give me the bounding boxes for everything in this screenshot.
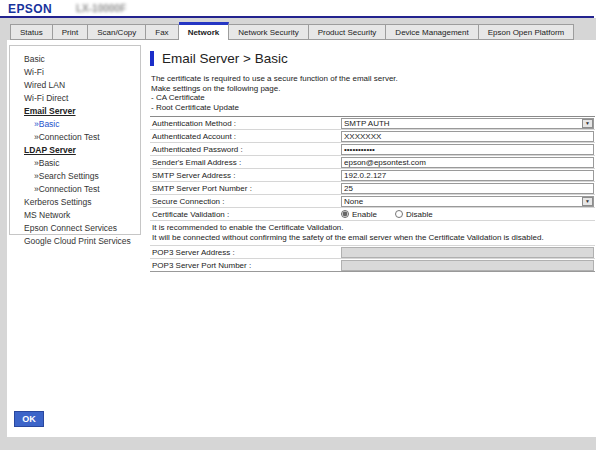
sidebar-group-email-server[interactable]: Email Server [24,105,138,118]
auth-account-input[interactable] [341,131,594,142]
title-bar: Email Server > Basic [150,51,288,66]
description-line: The certificate is required to use a sec… [151,74,398,84]
smtp-port-label: SMTP Server Port Number : [150,184,340,193]
cert-validation-enable-label: Enable [352,210,377,219]
tab-network-security[interactable]: Network Security [229,24,308,40]
pop3-address-row: POP3 Server Address : [150,246,595,259]
page-title: Email Server > Basic [162,51,288,66]
sidebar-item-ldap-basic[interactable]: »Basic [24,157,138,170]
sidebar-item-wired-lan[interactable]: Wired LAN [24,79,138,92]
cert-validation-disable-option[interactable]: Disable [395,210,433,219]
secure-connection-select[interactable]: None ▼ [341,196,594,207]
sidebar-item-ms-network[interactable]: MS Network [24,209,138,222]
cert-validation-radio-group: Enable Disable [341,210,451,219]
auth-method-label: Authentication Method : [150,119,340,128]
page-description: The certificate is required to use a sec… [151,74,398,112]
sidebar-item-email-server-connection-test[interactable]: »Connection Test [24,131,138,144]
smtp-address-row: SMTP Server Address : [150,169,595,182]
pop3-port-input [341,260,594,271]
tab-epson-open-platform[interactable]: Epson Open Platform [479,24,574,40]
chevron-down-icon: ▼ [582,197,593,206]
ok-button[interactable]: OK [14,411,44,427]
chevron-down-icon: ▼ [582,119,593,128]
title-accent-bar [150,51,154,66]
auth-method-row: Authentication Method : SMTP AUTH ▼ [150,117,595,130]
sidebar-item-email-server-basic[interactable]: »Basic [24,118,138,131]
tab-scan-copy[interactable]: Scan/Copy [88,24,146,40]
smtp-port-input[interactable] [341,183,594,194]
sidebar-nav: Basic Wi-Fi Wired LAN Wi-Fi Direct Email… [9,45,141,235]
smtp-port-row: SMTP Server Port Number : [150,182,595,195]
cert-validation-disable-radio[interactable] [395,210,403,218]
sidebar-group-ldap-server[interactable]: LDAP Server [24,144,138,157]
cert-validation-enable-option[interactable]: Enable [341,210,377,219]
auth-password-label: Authenticated Password : [150,145,340,154]
sidebar-item-ldap-connection-test[interactable]: »Connection Test [24,183,138,196]
secure-connection-label: Secure Connection : [150,197,340,206]
auth-account-row: Authenticated Account : [150,130,595,143]
secure-connection-row: Secure Connection : None ▼ [150,195,595,208]
sender-email-label: Sender's Email Address : [150,158,340,167]
sidebar-item-kerberos-settings[interactable]: Kerberos Settings [24,196,138,209]
smtp-address-input[interactable] [341,170,594,181]
cert-validation-disable-label: Disable [406,210,433,219]
pop3-address-label: POP3 Server Address : [150,248,340,257]
tab-status[interactable]: Status [10,24,53,40]
description-line: Make settings on the following page. [151,84,398,94]
sidebar-item-wifi[interactable]: Wi-Fi [24,66,138,79]
cert-validation-enable-radio[interactable] [341,210,349,218]
epson-logo: EPSON [8,2,52,16]
email-server-form: Authentication Method : SMTP AUTH ▼ Auth… [150,116,595,272]
auth-account-label: Authenticated Account : [150,132,340,141]
sender-email-input[interactable] [341,157,594,168]
cert-validation-row: Certificate Validation : Enable Disable [150,208,595,221]
sidebar-item-google-cloud-print-services[interactable]: Google Cloud Print Services [24,235,138,248]
pop3-port-label: POP3 Server Port Number : [150,261,340,270]
tab-device-management[interactable]: Device Management [386,24,478,40]
auth-password-input[interactable] [341,144,594,155]
content-panel: Basic Wi-Fi Wired LAN Wi-Fi Direct Email… [7,40,596,437]
app-header: EPSON LX-10000F [0,0,600,16]
sidebar-item-ldap-search-settings[interactable]: »Search Settings [24,170,138,183]
tab-network[interactable]: Network [179,22,230,40]
tab-print[interactable]: Print [53,24,88,40]
tab-product-security[interactable]: Product Security [309,24,387,40]
sidebar-item-wifi-direct[interactable]: Wi-Fi Direct [24,92,138,105]
note-line: It will be connected without confirming … [152,233,595,243]
printer-model: LX-10000F [76,3,126,14]
auth-method-value: SMTP AUTH [342,119,582,128]
smtp-address-label: SMTP Server Address : [150,171,340,180]
secure-connection-value: None [342,197,582,206]
description-line: - Root Certificate Update [151,103,398,113]
pop3-address-input [341,247,594,258]
note-line: It is recommended to enable the Certific… [152,223,595,233]
tab-bar: Status Print Scan/Copy Fax Network Netwo… [10,22,574,40]
cert-validation-note: It is recommended to enable the Certific… [150,221,595,246]
sidebar-item-basic[interactable]: Basic [24,53,138,66]
sender-email-row: Sender's Email Address : [150,156,595,169]
auth-password-row: Authenticated Password : [150,143,595,156]
cert-validation-label: Certificate Validation : [150,210,340,219]
tab-fax[interactable]: Fax [146,24,178,40]
auth-method-select[interactable]: SMTP AUTH ▼ [341,118,594,129]
sidebar-item-epson-connect-services[interactable]: Epson Connect Services [24,222,138,235]
pop3-port-row: POP3 Server Port Number : [150,259,595,272]
description-line: - CA Certificate [151,93,398,103]
